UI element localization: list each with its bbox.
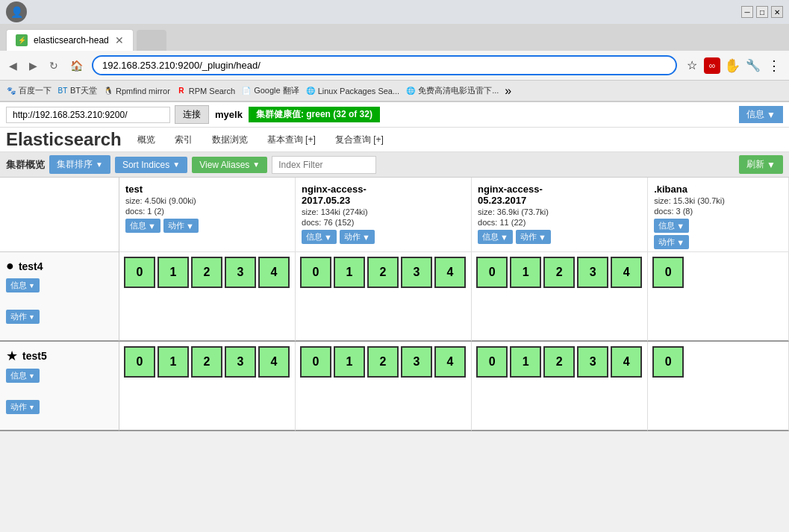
nginx1-info-btn[interactable]: 信息 ▼ bbox=[302, 230, 337, 244]
toolbar: 集群概览 集群排序 ▼ Sort Indices ▼ View Aliases … bbox=[0, 152, 789, 178]
tab-overview[interactable]: 概览 bbox=[128, 130, 165, 150]
refresh-arrow: ▼ bbox=[767, 160, 776, 170]
col-header-test: test size: 4.50ki (9.00ki) docs: 1 (2) 信… bbox=[119, 178, 296, 252]
cluster-sort-button[interactable]: 集群排序 ▼ bbox=[49, 155, 110, 174]
nginx2-size: size: 36.9ki (73.7ki) bbox=[478, 207, 641, 216]
rpm-icon: R bbox=[176, 86, 187, 96]
kibana-action-arrow: ▼ bbox=[676, 238, 684, 247]
health-badge: 集群健康值: green (32 of 32) bbox=[249, 107, 380, 122]
google-icon: 📄 bbox=[241, 86, 252, 96]
kibana-action-btn[interactable]: 动作 ▼ bbox=[654, 235, 689, 249]
address-input[interactable] bbox=[92, 55, 677, 75]
test-buttons: 信息 ▼ 动作 ▼ bbox=[125, 219, 289, 233]
info-button[interactable]: 信息 ▼ bbox=[739, 106, 783, 123]
test4-info-button[interactable]: 信息 ▼ bbox=[6, 278, 40, 292]
cluster-name: myelk bbox=[215, 109, 243, 120]
tab-basic-query[interactable]: 基本查询 [+] bbox=[258, 130, 325, 150]
connect-button[interactable]: 连接 bbox=[175, 105, 209, 124]
reload-button[interactable]: ↻ bbox=[46, 58, 61, 73]
row-label-test4: ● test4 信息 ▼ 动作 ▼ bbox=[0, 252, 119, 342]
bookmarks-more[interactable]: » bbox=[505, 84, 511, 98]
test5-info-label: 信息 bbox=[10, 370, 27, 381]
app-url-input[interactable] bbox=[6, 107, 170, 123]
bookmark-google[interactable]: 📄 Google 翻译 bbox=[241, 85, 299, 96]
bookmark-movie[interactable]: 🌐 免费高清电影迅雷下... bbox=[405, 85, 499, 96]
bookmark-bt[interactable]: BT BT天堂 bbox=[57, 85, 97, 96]
bookmark-baidu[interactable]: 🐾 百度一下 bbox=[6, 85, 52, 96]
minimize-button[interactable]: ─ bbox=[741, 6, 753, 18]
new-tab[interactable] bbox=[137, 30, 166, 51]
test4-icon: ● bbox=[6, 258, 14, 274]
back-button[interactable]: ◀ bbox=[6, 58, 20, 73]
bookmark-linux[interactable]: 🌐 Linux Packages Sea... bbox=[305, 86, 399, 96]
forward-button[interactable]: ▶ bbox=[26, 58, 40, 73]
test5-info-button[interactable]: 信息 ▼ bbox=[6, 369, 40, 383]
bookmark-rpmfind[interactable]: 🐧 Rpmfind mirror bbox=[103, 86, 170, 96]
bookmark-rpm[interactable]: R RPM Search bbox=[176, 86, 235, 96]
shard-3: 3 bbox=[401, 346, 432, 378]
shard-4: 4 bbox=[258, 346, 290, 378]
test4-kibana-shards: 0 bbox=[648, 252, 789, 342]
view-aliases-label: View Aliases bbox=[199, 160, 249, 170]
test5-info-arrow: ▼ bbox=[28, 372, 35, 380]
shard-2: 2 bbox=[543, 346, 575, 378]
shard-3: 3 bbox=[225, 257, 256, 288]
shard-0: 0 bbox=[476, 257, 508, 288]
tab-data-browse[interactable]: 数据浏览 bbox=[202, 130, 258, 150]
kibana-info-btn[interactable]: 信息 ▼ bbox=[654, 219, 689, 233]
tab-close-button[interactable]: ✕ bbox=[115, 34, 124, 46]
nginx1-buttons: 信息 ▼ 动作 ▼ bbox=[302, 230, 465, 244]
close-button[interactable]: ✕ bbox=[771, 6, 783, 18]
nginx2-info-btn[interactable]: 信息 ▼ bbox=[478, 230, 513, 244]
test4-nginx1-shards: 0 1 2 3 4 bbox=[296, 252, 472, 342]
shard-3: 3 bbox=[577, 346, 608, 378]
test4-action-button[interactable]: 动作 ▼ bbox=[6, 310, 40, 324]
sort-indices-button[interactable]: Sort Indices ▼ bbox=[115, 157, 187, 173]
refresh-button[interactable]: 刷新 ▼ bbox=[739, 155, 783, 174]
test4-action-label: 动作 bbox=[10, 311, 27, 322]
active-tab[interactable]: ⚡ elasticsearch-head ✕ bbox=[6, 29, 134, 51]
test-info-btn[interactable]: 信息 ▼ bbox=[125, 219, 160, 233]
shard-1: 1 bbox=[334, 257, 365, 288]
extension-icon2[interactable]: ✋ bbox=[723, 57, 741, 75]
index-filter-input[interactable] bbox=[272, 156, 376, 174]
test-action-btn[interactable]: 动作 ▼ bbox=[163, 219, 199, 233]
col-header-nginx2: nginx-access-05.23.2017 size: 36.9ki (73… bbox=[472, 178, 648, 252]
test5-action-arrow: ▼ bbox=[28, 404, 35, 411]
shard-0: 0 bbox=[652, 346, 684, 378]
kibana-index-name: .kibana bbox=[654, 184, 782, 195]
view-aliases-arrow: ▼ bbox=[252, 160, 260, 169]
test-docs: docs: 1 (2) bbox=[125, 207, 289, 216]
shard-2: 2 bbox=[191, 257, 222, 288]
menu-button[interactable]: ⋮ bbox=[765, 57, 783, 75]
test5-action-button[interactable]: 动作 ▼ bbox=[6, 400, 40, 414]
extension-icon3[interactable]: 🔧 bbox=[744, 57, 762, 75]
test4-nginx2-shards: 0 1 2 3 4 bbox=[472, 252, 648, 342]
shard-3: 3 bbox=[577, 257, 608, 288]
es-title: Elasticsearch bbox=[6, 129, 122, 150]
bookmark-rpm-label: RPM Search bbox=[189, 87, 235, 96]
linux-icon: 🌐 bbox=[305, 86, 316, 96]
tab-complex-query[interactable]: 复合查询 [+] bbox=[325, 130, 393, 150]
shard-0: 0 bbox=[300, 257, 331, 288]
nginx1-action-btn[interactable]: 动作 ▼ bbox=[340, 230, 375, 244]
extension-icon1[interactable]: ∞ bbox=[704, 57, 720, 74]
tab-favicon: ⚡ bbox=[16, 34, 28, 46]
home-button[interactable]: 🏠 bbox=[67, 58, 86, 73]
shard-4: 4 bbox=[434, 257, 466, 288]
restore-button[interactable]: □ bbox=[756, 6, 768, 18]
tab-index[interactable]: 索引 bbox=[165, 130, 202, 150]
kibana-size: size: 15.3ki (30.7ki) bbox=[654, 196, 782, 205]
test5-test-shards: 0 1 2 3 4 bbox=[119, 342, 296, 431]
nginx2-action-btn[interactable]: 动作 ▼ bbox=[516, 230, 551, 244]
columns-wrapper: test size: 4.50ki (9.00ki) docs: 1 (2) 信… bbox=[119, 178, 789, 431]
column-test: test size: 4.50ki (9.00ki) docs: 1 (2) 信… bbox=[119, 178, 296, 431]
shard-2: 2 bbox=[191, 346, 222, 378]
column-nginx-0523-2017: nginx-access-05.23.2017 size: 36.9ki (73… bbox=[472, 178, 648, 431]
test5-nginx1-shards: 0 1 2 3 4 bbox=[296, 342, 472, 431]
bookmark-movie-label: 免费高清电影迅雷下... bbox=[418, 85, 499, 96]
test-info-arrow: ▼ bbox=[148, 222, 156, 231]
view-aliases-button[interactable]: View Aliases ▼ bbox=[192, 157, 267, 173]
bookmarks-bar: 🐾 百度一下 BT BT天堂 🐧 Rpmfind mirror R RPM Se… bbox=[0, 81, 789, 101]
bookmark-icon[interactable]: ☆ bbox=[683, 57, 701, 75]
